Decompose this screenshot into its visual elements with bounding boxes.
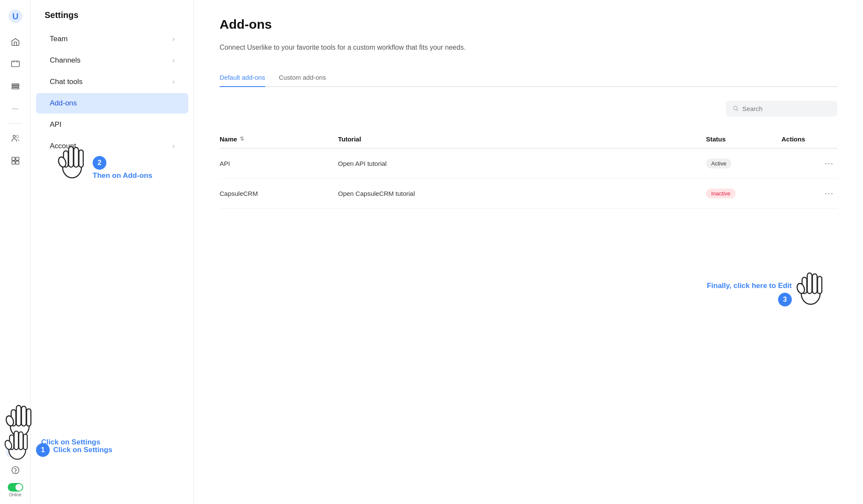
chevron-icon: › — [172, 78, 175, 86]
svg-text:U: U — [12, 12, 18, 21]
sidebar-item-team-label: Team — [50, 35, 68, 43]
chevron-icon: › — [172, 142, 175, 150]
svg-point-7 — [16, 135, 18, 138]
settings-nav-icon[interactable] — [6, 438, 25, 457]
sidebar-item-team[interactable]: Team › — [36, 29, 188, 49]
more-actions-button[interactable]: ··· — [821, 187, 837, 200]
svg-point-14 — [15, 472, 15, 472]
sidebar-item-add-ons[interactable]: Add-ons — [36, 93, 188, 114]
col-actions: Actions — [782, 135, 837, 143]
chevron-icon: › — [172, 57, 175, 64]
svg-rect-9 — [15, 157, 18, 160]
row-actions: ··· — [782, 187, 837, 200]
chevron-icon: › — [172, 35, 175, 43]
svg-rect-3 — [12, 84, 19, 85]
tab-custom-addons[interactable]: Custom add-ons — [279, 74, 326, 87]
layers-nav-icon[interactable] — [6, 77, 25, 96]
svg-rect-5 — [12, 88, 19, 89]
sidebar-item-account[interactable]: Account › — [36, 136, 188, 156]
row-tutorial[interactable]: Open API tutorial — [338, 160, 699, 167]
icon-nav: U ··· — [0, 0, 31, 504]
col-name: Name ⇅ — [220, 135, 331, 143]
sidebar-item-chat-tools[interactable]: Chat tools › — [36, 72, 188, 92]
settings-sidebar-title: Settings — [31, 10, 193, 29]
row-tutorial[interactable]: Open CapsuleCRM tutorial — [338, 190, 699, 197]
svg-point-21 — [733, 106, 737, 110]
help-nav-icon[interactable] — [6, 461, 25, 480]
row-name: CapsuleCRM — [220, 190, 331, 197]
row-name: API — [220, 160, 331, 167]
row-actions: ··· — [782, 157, 837, 170]
page-title: Add-ons — [220, 17, 837, 32]
svg-rect-10 — [12, 161, 15, 164]
table-row: API Open API tutorial Active ··· — [220, 149, 837, 179]
search-input[interactable] — [742, 105, 830, 112]
tab-default-addons[interactable]: Default add-ons — [220, 74, 265, 87]
sort-icon[interactable]: ⇅ — [240, 136, 244, 142]
team-nav-icon[interactable] — [6, 129, 25, 148]
more-nav-icon[interactable]: ··· — [6, 99, 25, 118]
main-content: Add-ons Connect Userlike to your favorit… — [194, 0, 863, 504]
search-container — [220, 101, 837, 117]
svg-rect-4 — [12, 86, 19, 87]
table-row: CapsuleCRM Open CapsuleCRM tutorial Inac… — [220, 179, 837, 209]
online-toggle[interactable]: Online — [8, 483, 23, 497]
svg-rect-2 — [11, 61, 19, 67]
status-badge: Inactive — [706, 189, 736, 198]
status-badge: Active — [706, 159, 731, 168]
home-nav-icon[interactable] — [6, 33, 25, 51]
sidebar-item-chat-tools-label: Chat tools — [50, 78, 83, 86]
sidebar-item-account-label: Account — [50, 142, 76, 150]
settings-sidebar: Settings Team › Channels › Chat tools › … — [31, 0, 194, 504]
row-status: Inactive — [706, 189, 775, 198]
svg-point-12 — [14, 447, 17, 449]
search-box — [726, 101, 837, 117]
svg-point-6 — [13, 135, 15, 138]
svg-rect-8 — [12, 157, 15, 160]
annotation-step1-label: Click on Settings — [41, 438, 100, 447]
logo-icon[interactable]: U — [6, 7, 25, 26]
sidebar-item-channels-label: Channels — [50, 56, 81, 65]
svg-rect-11 — [15, 161, 18, 164]
chat-nav-icon[interactable] — [6, 55, 25, 74]
sidebar-item-add-ons-label: Add-ons — [50, 99, 77, 108]
row-status: Active — [706, 159, 775, 168]
sidebar-item-api-label: API — [50, 120, 61, 129]
nav-divider — [9, 123, 22, 124]
widget-nav-icon[interactable] — [6, 151, 25, 170]
online-label: Online — [9, 492, 21, 497]
search-icon — [733, 105, 739, 112]
toggle-switch[interactable] — [8, 483, 23, 492]
more-actions-button[interactable]: ··· — [821, 157, 837, 170]
col-tutorial: Tutorial — [338, 135, 699, 143]
nav-bottom: Online — [6, 438, 25, 497]
sidebar-item-channels[interactable]: Channels › — [36, 50, 188, 71]
sidebar-item-api[interactable]: API — [36, 114, 188, 135]
page-description: Connect Userlike to your favorite tools … — [220, 42, 554, 53]
col-status: Status — [706, 135, 775, 143]
table-header: Name ⇅ Tutorial Status Actions — [220, 130, 837, 149]
tabs: Default add-ons Custom add-ons — [220, 74, 837, 87]
